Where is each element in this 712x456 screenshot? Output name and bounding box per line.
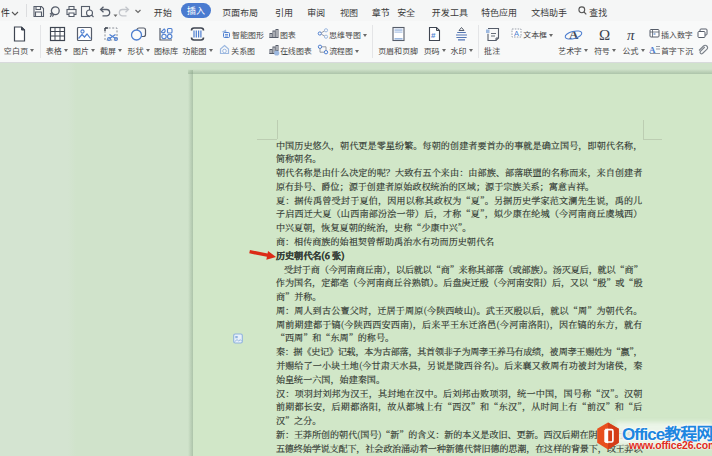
svg-text:#: # bbox=[431, 31, 436, 40]
svg-text:A: A bbox=[569, 27, 579, 42]
svg-text:π: π bbox=[627, 27, 635, 43]
svg-text:A: A bbox=[649, 45, 656, 54]
svg-text:Ω: Ω bbox=[599, 27, 610, 42]
svg-text:A: A bbox=[514, 29, 519, 38]
